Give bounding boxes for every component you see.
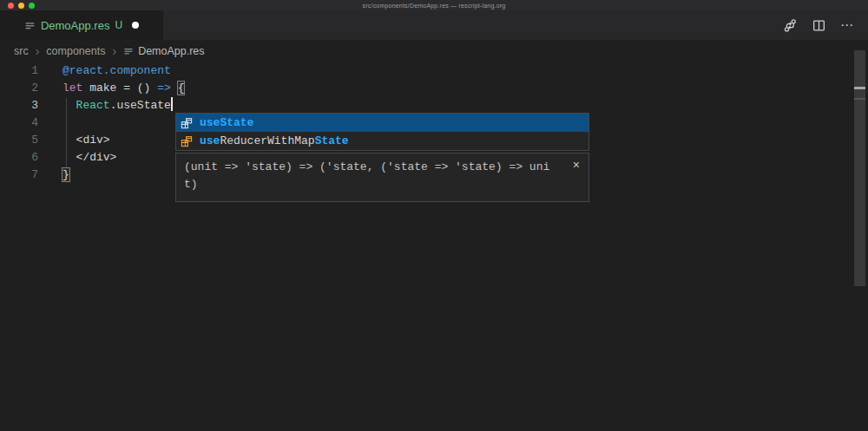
minimize-window-button[interactable] — [18, 3, 24, 9]
suggest-item[interactable]: useReducerWithMapState — [176, 132, 589, 150]
line-number: 1 — [0, 62, 38, 80]
title-bar: src/components/DemoApp.res — rescript-la… — [0, 0, 868, 10]
code-text: <div> — [38, 132, 110, 149]
code-token: @react.component — [62, 64, 171, 77]
code-token: .useState — [110, 99, 171, 112]
breadcrumb-item-src[interactable]: src — [14, 45, 29, 57]
code-token: make = () — [82, 82, 157, 95]
file-icon — [123, 46, 134, 56]
suggest-label-part: useState — [200, 116, 253, 129]
line-number: 2 — [0, 80, 38, 97]
suggest-label-part: ReducerWithMap — [220, 134, 314, 147]
modified-dot-icon[interactable] — [132, 22, 139, 29]
suggest-label-part: State — [315, 134, 349, 147]
breadcrumb-item-components[interactable]: components — [46, 45, 105, 57]
code-text: @react.component — [38, 62, 171, 80]
symbol-value-icon — [180, 116, 194, 130]
code-text: let make = () => { — [38, 80, 184, 97]
more-actions-button[interactable]: ⋯ — [840, 17, 854, 33]
breadcrumb: src › components › DemoApp.res — [0, 40, 868, 62]
zoom-window-button[interactable] — [29, 3, 35, 9]
code-line[interactable]: 1@react.component — [0, 62, 868, 80]
line-number: 6 — [0, 149, 38, 167]
code-token: { — [178, 82, 185, 95]
chevron-right-icon: › — [36, 45, 40, 57]
tab-bar: DemoApp.res U ⋯ — [0, 10, 868, 40]
chevron-right-icon: › — [112, 45, 116, 57]
code-text: </div> — [38, 149, 116, 167]
close-icon[interactable]: × — [573, 159, 580, 171]
line-number: 5 — [0, 132, 38, 149]
file-icon — [24, 20, 36, 31]
editor-scrollbar[interactable] — [854, 50, 865, 286]
traffic-lights — [8, 3, 35, 9]
code-text: } — [38, 167, 69, 184]
tab-label: DemoApp.res — [41, 19, 109, 32]
code-token: </div> — [62, 151, 116, 164]
split-editor-button[interactable] — [812, 18, 826, 33]
close-window-button[interactable] — [8, 3, 14, 9]
code-token: <div> — [62, 134, 110, 147]
editor-actions: ⋯ — [783, 10, 868, 40]
doc-signature-line1: (unit => 'state) => ('state, ('state => … — [184, 159, 568, 176]
suggest-doc-panel: (unit => 'state) => ('state, ('state => … — [175, 153, 589, 202]
code-line[interactable]: 2let make = () => { — [0, 80, 868, 97]
suggest-label: useState — [200, 116, 253, 129]
symbol-value-icon — [180, 134, 194, 148]
suggest-list: useStateuseReducerWithMapState — [176, 114, 589, 150]
suggest-item[interactable]: useState — [176, 114, 589, 132]
breadcrumb-file-label: DemoApp.res — [138, 45, 204, 57]
code-text: React.useState — [38, 97, 173, 114]
text-cursor — [171, 97, 173, 111]
code-token: let — [62, 82, 82, 95]
code-text — [38, 114, 62, 132]
git-untracked-badge: U — [115, 19, 122, 31]
suggest-widget: useStateuseReducerWithMapState — [175, 113, 589, 151]
window-title: src/components/DemoApp.res — rescript-la… — [0, 3, 868, 9]
line-number: 3 — [0, 97, 38, 114]
code-token: React — [76, 99, 110, 112]
code-token — [62, 99, 76, 112]
line-number: 7 — [0, 167, 38, 184]
indent-guide — [66, 98, 67, 167]
suggest-label-part: use — [200, 134, 220, 147]
doc-signature-line2: t) — [184, 176, 568, 193]
code-line[interactable]: 3 React.useState — [0, 97, 868, 114]
code-token: => — [157, 82, 171, 95]
code-token: } — [62, 168, 69, 181]
overview-ruler-marker — [854, 98, 865, 100]
breadcrumb-item-file[interactable]: DemoApp.res — [123, 45, 204, 57]
code-token — [171, 82, 178, 95]
line-number: 4 — [0, 114, 38, 132]
compare-changes-button[interactable] — [783, 18, 798, 33]
suggest-label: useReducerWithMapState — [200, 134, 349, 147]
tab-demoapp[interactable]: DemoApp.res U — [0, 10, 163, 40]
overview-ruler-marker — [854, 87, 865, 89]
